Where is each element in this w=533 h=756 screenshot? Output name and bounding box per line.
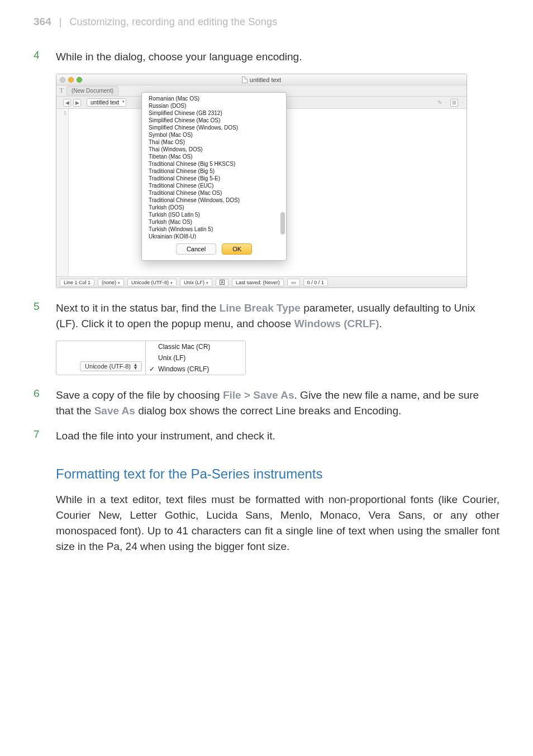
encoding-item[interactable]: Traditional Chinese (Big 5) [142, 168, 286, 175]
dialog-titlebar: untitled text [56, 74, 467, 85]
line-number-1: 1 [58, 110, 66, 116]
encoding-item[interactable]: Ukrainian (KOI8-U) [142, 233, 286, 239]
status-doc-icon: ▭ [287, 279, 300, 286]
header-title: Customizing, recording and editing the S… [69, 16, 277, 28]
step-7: 7 Load the file into your instrument, an… [34, 428, 499, 444]
windows-crlf-term: Windows (CRLF) [294, 318, 379, 329]
step-6-text: Save a copy of the file by choosing File… [56, 387, 499, 419]
encoding-dropdown-label: Unicode (UTF-8) [85, 363, 131, 370]
forward-button[interactable]: ▶ [73, 99, 81, 107]
encoding-item[interactable]: Traditional Chinese (Big 5 HKSCS) [142, 160, 286, 168]
header-separator: | [59, 16, 62, 28]
encoding-item[interactable]: Traditional Chinese (EUC) [142, 182, 286, 189]
status-language[interactable]: (none) [98, 279, 124, 286]
updown-caret-icon: ▴▾ [134, 363, 137, 370]
dialog-title-text: untitled text [250, 76, 281, 83]
encoding-item[interactable]: Turkish (Windows Latin 5) [142, 226, 286, 233]
doc-marker-icon: T [56, 85, 66, 96]
scrollbar-thumb[interactable] [280, 212, 285, 235]
ok-button[interactable]: OK [222, 243, 252, 255]
encoding-item[interactable]: Simplified Chinese (Windows, DOS) [142, 124, 286, 131]
step-5: 5 Next to it in the status bar, find the… [34, 300, 499, 332]
menu-item-unix-lf[interactable]: Unix (LF) [146, 352, 245, 363]
nav-buttons: ◀ ▶ [63, 99, 81, 107]
figure-encoding-dialog: untitled text T (New Document) ◀ ▶ untit… [56, 74, 499, 288]
step-7-text: Load the file into your instrument, and … [56, 428, 275, 444]
line-break-type-term: Line Break Type [220, 302, 301, 314]
encoding-buttons: Cancel OK [142, 239, 286, 258]
step-5-number: 5 [34, 300, 46, 332]
encoding-item[interactable]: Tibetan (Mac OS) [142, 153, 286, 160]
page-number: 364 [34, 16, 51, 28]
encoding-item[interactable]: Romanian (Mac OS) [142, 95, 286, 102]
snippet-left: Unicode (UTF-8) ▴▾ [56, 341, 146, 375]
sidebar-toggle-icon[interactable]: ▥ [450, 99, 458, 107]
cancel-button[interactable]: Cancel [176, 243, 216, 255]
snippet-row: Unicode (UTF-8) ▴▾ Classic Mac (CR) Unix… [56, 341, 245, 375]
dot-sep-2: · [461, 99, 463, 106]
text-editor-dialog: untitled text T (New Document) ◀ ▶ untit… [56, 74, 467, 288]
encoding-item[interactable]: Traditional Chinese (Big 5-E) [142, 175, 286, 182]
toolbar-file-dropdown[interactable]: untitled text [87, 98, 126, 107]
toolbar-right: ✎ · ▥ · [437, 99, 463, 107]
linebreak-snippet: Unicode (UTF-8) ▴▾ Classic Mac (CR) Unix… [56, 341, 246, 375]
formatting-section-body: While in a text editor, text files must … [56, 492, 499, 554]
step-4: 4 While in the dialog, choose your langu… [34, 49, 499, 65]
dialog-status-bar: Line 1 Col 1 (none) Unicode (UTF-8) Unix… [56, 276, 467, 288]
encoding-item[interactable]: Thai (Mac OS) [142, 138, 286, 146]
pencil-icon: ✎ [437, 99, 442, 106]
encoding-item[interactable]: Simplified Chinese (Mac OS) [142, 117, 286, 124]
back-button[interactable]: ◀ [63, 99, 71, 107]
encoding-item[interactable]: Simplified Chinese (GB 2312) [142, 109, 286, 117]
status-last-saved: Last saved: (Never) [232, 279, 284, 286]
menu-item-windows-crlf[interactable]: Windows (CRLF) [146, 363, 245, 375]
encoding-item[interactable]: Turkish (ISO Latin 5) [142, 211, 286, 218]
linebreak-menu: Classic Mac (CR) Unix (LF) Windows (CRLF… [146, 341, 245, 375]
status-encoding[interactable]: Unicode (UTF-8) [127, 279, 177, 286]
line-number-gutter: 1 [56, 109, 69, 276]
status-spell-icon[interactable]: 🄰 [216, 279, 229, 286]
step-4-number: 4 [34, 49, 46, 65]
step-6-pre: Save a copy of the file by choosing [56, 389, 223, 401]
document-icon [242, 76, 248, 83]
encoding-item[interactable]: Thai (Windows, DOS) [142, 146, 286, 153]
figure-linebreak-menu: Unicode (UTF-8) ▴▾ Classic Mac (CR) Unix… [56, 341, 499, 375]
encoding-dropdown[interactable]: Unicode (UTF-8) ▴▾ [80, 361, 142, 371]
encoding-item[interactable]: Turkish (Mac OS) [142, 218, 286, 226]
toolbar-file-label: untitled text [91, 99, 119, 106]
step-4-text: While in the dialog, choose your languag… [56, 49, 302, 65]
encoding-list[interactable]: Romanian (Mac OS) Russian (DOS) Simplifi… [142, 95, 286, 239]
encoding-popup: Romanian (Mac OS) Russian (DOS) Simplifi… [141, 92, 287, 261]
encoding-item[interactable]: Traditional Chinese (Windows, DOS) [142, 197, 286, 204]
dialog-title: untitled text [56, 76, 467, 83]
dot-sep: · [445, 99, 447, 106]
status-line-break[interactable]: Unix (LF) [180, 279, 212, 286]
step-6: 6 Save a copy of the file by choosing Fi… [34, 387, 499, 419]
dialog-body: 1 Romanian (Mac OS) Russian (DOS) Simpli… [56, 109, 467, 276]
menu-item-classic-mac[interactable]: Classic Mac (CR) [146, 341, 245, 352]
file-save-as-term: File > Save As [223, 389, 294, 401]
step-6-post: dialog box shows the correct Line breaks… [135, 405, 401, 417]
step-6-number: 6 [34, 387, 46, 419]
resize-grip-icon[interactable] [455, 279, 463, 286]
tab-new-document[interactable]: (New Document) [66, 86, 118, 95]
encoding-item[interactable]: Symbol (Mac OS) [142, 131, 286, 138]
step-5-pre: Next to it in the status bar, find the [56, 302, 220, 314]
step-7-number: 7 [34, 428, 46, 444]
save-as-term: Save As [94, 405, 135, 417]
encoding-item[interactable]: Turkish (DOS) [142, 204, 286, 211]
step-5-text: Next to it in the status bar, find the L… [56, 300, 499, 332]
step-5-post: . [379, 318, 382, 329]
encoding-item[interactable]: Russian (DOS) [142, 102, 286, 109]
encoding-item[interactable]: Traditional Chinese (Mac OS) [142, 189, 286, 197]
formatting-section-heading: Formatting text for the Pa-Series instru… [56, 466, 499, 482]
page-header: 364 | Customizing, recording and editing… [34, 16, 499, 28]
status-counts: 0 / 0 / 1 [303, 279, 328, 286]
status-cursor-pos[interactable]: Line 1 Col 1 [60, 279, 94, 286]
